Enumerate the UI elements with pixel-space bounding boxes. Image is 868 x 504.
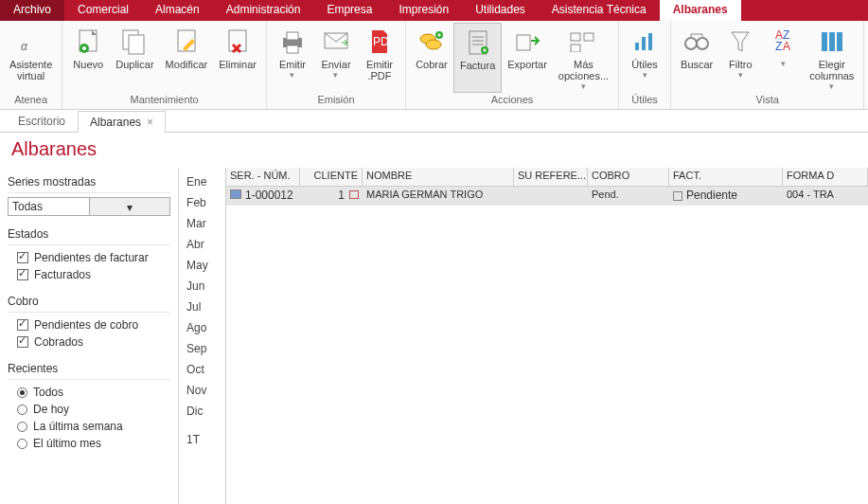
coins-icon bbox=[416, 27, 447, 57]
menu-asistencia[interactable]: Asistencia Técnica bbox=[539, 0, 660, 21]
nuevo-button[interactable]: Nuevo bbox=[66, 23, 110, 93]
filtro-button[interactable]: Filtro▾ bbox=[718, 23, 762, 93]
svg-rect-22 bbox=[584, 33, 593, 41]
exportar-button[interactable]: Exportar bbox=[502, 23, 553, 93]
col-cobro[interactable]: COBRO bbox=[588, 168, 669, 186]
month-sep[interactable]: Sep bbox=[179, 338, 225, 359]
check-pendientes-facturar[interactable]: Pendientes de facturar bbox=[8, 249, 170, 266]
sidebar: Series mostradas Todas▾ Estados Pendient… bbox=[0, 168, 179, 504]
radio-semana[interactable]: La última semana bbox=[8, 418, 170, 435]
ribbon-group-atenea: α Asistente virtual Atenea bbox=[0, 21, 62, 109]
eliminar-button[interactable]: Eliminar bbox=[213, 23, 262, 93]
export-icon bbox=[512, 27, 542, 57]
main-area: Series mostradas Todas▾ Estados Pendient… bbox=[0, 168, 868, 504]
radio-todos[interactable]: Todos bbox=[8, 384, 170, 401]
month-dic[interactable]: Dic bbox=[179, 401, 225, 422]
sort-az-button[interactable]: AZZA▾ bbox=[762, 23, 804, 93]
mas-opciones-button[interactable]: Más opciones...▾ bbox=[553, 23, 614, 93]
col-nombre[interactable]: NOMBRE bbox=[363, 168, 514, 186]
radio-mes[interactable]: El último mes bbox=[8, 435, 170, 452]
cobro-header: Cobro bbox=[8, 291, 170, 313]
cell-fact: Pendiente bbox=[669, 187, 783, 206]
delete-icon bbox=[222, 27, 253, 57]
elegir-columnas-button[interactable]: Elegir columnas▾ bbox=[804, 23, 859, 93]
checkbox-icon bbox=[17, 336, 28, 348]
month-mar[interactable]: Mar bbox=[179, 213, 225, 234]
svg-rect-4 bbox=[129, 35, 144, 54]
grid-header: SER. - NÚM. CLIENTE NOMBRE SU REFERE... … bbox=[226, 168, 868, 187]
month-feb[interactable]: Feb bbox=[179, 192, 225, 213]
month-abr[interactable]: Abr bbox=[179, 234, 225, 255]
tab-albaranes[interactable]: Albaranes× bbox=[78, 111, 166, 133]
month-jul[interactable]: Jul bbox=[179, 297, 225, 317]
col-cliente[interactable]: CLIENTE bbox=[300, 168, 363, 186]
svg-text:Z: Z bbox=[775, 40, 782, 53]
menu-administracion[interactable]: Administración bbox=[213, 0, 314, 21]
col-referencia[interactable]: SU REFERE... bbox=[514, 168, 588, 186]
table-row[interactable]: 1-000012 1 MARIA GERMAN TRIGO Pend. Pend… bbox=[226, 187, 868, 206]
edit-icon bbox=[171, 27, 202, 57]
svg-rect-34 bbox=[829, 32, 835, 51]
doc-icon bbox=[230, 189, 241, 199]
menu-albaranes[interactable]: Albaranes bbox=[660, 0, 741, 21]
cobrar-button[interactable]: Cobrar bbox=[410, 23, 453, 93]
cell-cobro: Pend. bbox=[588, 187, 669, 206]
month-oct[interactable]: Oct bbox=[179, 359, 225, 380]
utiles-button[interactable]: Útiles▾ bbox=[623, 23, 666, 93]
col-forma[interactable]: FORMA D bbox=[783, 168, 868, 186]
svg-text:α: α bbox=[21, 40, 28, 53]
radio-icon bbox=[17, 405, 27, 415]
col-ser-num[interactable]: SER. - NÚM. bbox=[226, 168, 300, 186]
ribbon: α Asistente virtual Atenea Nuevo Duplica… bbox=[0, 21, 868, 110]
radio-hoy[interactable]: De hoy bbox=[8, 401, 170, 418]
duplicate-icon bbox=[119, 27, 150, 57]
alpha-icon: α bbox=[16, 27, 46, 57]
month-may[interactable]: May bbox=[179, 255, 225, 276]
svg-rect-33 bbox=[822, 32, 827, 51]
checkbox-icon bbox=[17, 319, 28, 331]
menu-impresion[interactable]: Impresión bbox=[385, 0, 462, 21]
chevron-down-icon: ▾ bbox=[781, 59, 786, 68]
chevron-down-icon: ▾ bbox=[89, 198, 170, 215]
checkbox-icon bbox=[673, 191, 682, 201]
month-jun[interactable]: Jun bbox=[179, 276, 225, 297]
asistente-virtual-button[interactable]: α Asistente virtual bbox=[4, 23, 58, 93]
bars-icon bbox=[629, 27, 660, 57]
month-ago[interactable]: Ago bbox=[179, 317, 225, 338]
emitir-pdf-button[interactable]: PDFEmitir .PDF bbox=[358, 23, 401, 93]
more-icon bbox=[568, 27, 598, 57]
cell-ser: 1-000012 bbox=[226, 187, 300, 206]
quarter-1t[interactable]: 1T bbox=[179, 429, 225, 450]
enviar-button[interactable]: Enviar▾ bbox=[314, 23, 358, 93]
svg-rect-8 bbox=[287, 32, 298, 40]
col-fact[interactable]: FACT. bbox=[669, 168, 783, 186]
menu-almacen[interactable]: Almacén bbox=[142, 0, 213, 21]
menu-archivo[interactable]: Archivo bbox=[0, 0, 64, 21]
check-pendientes-cobro[interactable]: Pendientes de cobro bbox=[8, 316, 170, 333]
month-nov[interactable]: Nov bbox=[179, 380, 225, 401]
series-dropdown[interactable]: Todas▾ bbox=[8, 197, 170, 216]
check-cobrados[interactable]: Cobrados bbox=[8, 333, 170, 351]
chevron-down-icon: ▾ bbox=[829, 81, 834, 91]
chevron-down-icon: ▾ bbox=[333, 70, 338, 80]
card-icon bbox=[349, 190, 359, 199]
modificar-button[interactable]: Modificar bbox=[160, 23, 214, 93]
month-ene[interactable]: Ene bbox=[179, 171, 225, 192]
menu-empresa[interactable]: Empresa bbox=[313, 0, 385, 21]
check-facturados[interactable]: Facturados bbox=[8, 266, 170, 283]
close-tab-icon[interactable]: × bbox=[147, 116, 153, 129]
menu-comercial[interactable]: Comercial bbox=[64, 0, 142, 21]
svg-point-13 bbox=[426, 40, 441, 49]
estados-header: Estados bbox=[8, 224, 170, 245]
menu-utilidades[interactable]: Utilidades bbox=[462, 0, 539, 21]
emitir-button[interactable]: Emitir▾ bbox=[271, 23, 314, 93]
svg-text:A: A bbox=[783, 40, 790, 53]
tab-escritorio[interactable]: Escritorio bbox=[6, 110, 78, 132]
svg-rect-24 bbox=[635, 43, 639, 50]
factura-button[interactable]: Factura bbox=[453, 23, 502, 93]
ribbon-group-utiles: Útiles▾ Útiles bbox=[619, 21, 671, 109]
series-header: Series mostradas bbox=[8, 171, 170, 193]
buscar-button[interactable]: Buscar bbox=[675, 23, 718, 93]
radio-icon bbox=[17, 422, 27, 432]
duplicar-button[interactable]: Duplicar bbox=[110, 23, 159, 93]
